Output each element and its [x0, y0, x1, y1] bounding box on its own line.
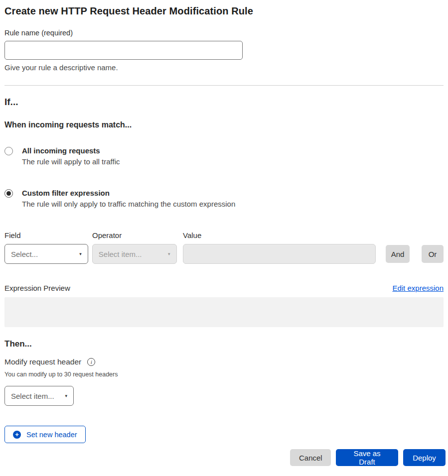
value-label: Value — [183, 231, 201, 239]
set-new-header-label: Set new header — [26, 431, 77, 439]
radio-selected-icon[interactable] — [4, 189, 13, 198]
modify-header-help: You can modify up to 30 request headers — [4, 371, 444, 378]
radio-label-custom-filter: Custom filter expression — [22, 189, 235, 197]
operator-select-disabled[interactable]: Select item... ▾ — [92, 244, 177, 264]
radio-unselected-icon[interactable] — [4, 147, 13, 155]
expression-preview-box — [4, 297, 444, 327]
radio-texts: Custom filter expression The rule will o… — [22, 189, 235, 208]
or-button[interactable]: Or — [422, 245, 444, 263]
radio-texts: All incoming requests The rule will appl… — [22, 146, 120, 166]
modify-header-row: Modify request header i — [4, 357, 444, 366]
footer-actions: Cancel Save as Draft Deploy — [290, 449, 446, 466]
radio-label-all-incoming: All incoming requests — [22, 146, 120, 155]
radio-desc-custom-filter: The rule will only apply to traffic matc… — [22, 200, 235, 208]
plus-circle-icon: + — [13, 431, 21, 439]
create-rule-page: Create new HTTP Request Header Modificat… — [0, 0, 448, 476]
caret-down-icon: ▾ — [168, 251, 170, 256]
info-icon[interactable]: i — [87, 358, 95, 366]
deploy-button[interactable]: Deploy — [403, 449, 446, 466]
modify-request-header-label: Modify request header — [4, 357, 81, 366]
then-section-heading: Then... — [4, 339, 444, 349]
save-as-draft-button[interactable]: Save as Draft — [336, 449, 398, 466]
expression-builder-row: Select... ▾ Select item... ▾ And Or — [4, 244, 444, 264]
radio-option-all-incoming[interactable]: All incoming requests The rule will appl… — [4, 146, 444, 166]
cancel-button[interactable]: Cancel — [290, 449, 331, 466]
rule-name-label: Rule name (required) — [4, 29, 444, 37]
expression-preview-header: Expression Preview Edit expression — [4, 284, 444, 292]
radio-desc-all-incoming: The rule will apply to all traffic — [22, 157, 120, 166]
set-new-header-button[interactable]: + Set new header — [4, 426, 86, 443]
edit-expression-link[interactable]: Edit expression — [392, 284, 444, 292]
field-select-value: Select... — [11, 250, 38, 258]
operator-label: Operator — [92, 231, 183, 239]
if-section-heading: If... — [4, 97, 444, 108]
header-action-select-value: Select item... — [11, 392, 54, 400]
expression-preview-label: Expression Preview — [4, 284, 70, 292]
header-action-select[interactable]: Select item... ▾ — [4, 386, 74, 406]
and-button[interactable]: And — [386, 245, 410, 263]
page-title: Create new HTTP Request Header Modificat… — [4, 5, 444, 17]
match-subheading: When incoming requests match... — [4, 120, 444, 129]
field-label: Field — [4, 231, 92, 239]
caret-down-icon: ▾ — [79, 251, 82, 256]
field-select[interactable]: Select... ▾ — [4, 244, 88, 264]
expression-builder-labels: Field Operator Value — [4, 231, 444, 239]
rule-name-input[interactable] — [4, 41, 243, 60]
value-input-disabled[interactable] — [183, 244, 376, 264]
caret-down-icon: ▾ — [65, 393, 67, 398]
rule-name-help: Give your rule a descriptive name. — [4, 63, 444, 72]
operator-select-value: Select item... — [99, 250, 142, 258]
section-divider — [4, 85, 444, 86]
radio-option-custom-filter[interactable]: Custom filter expression The rule will o… — [4, 189, 444, 208]
